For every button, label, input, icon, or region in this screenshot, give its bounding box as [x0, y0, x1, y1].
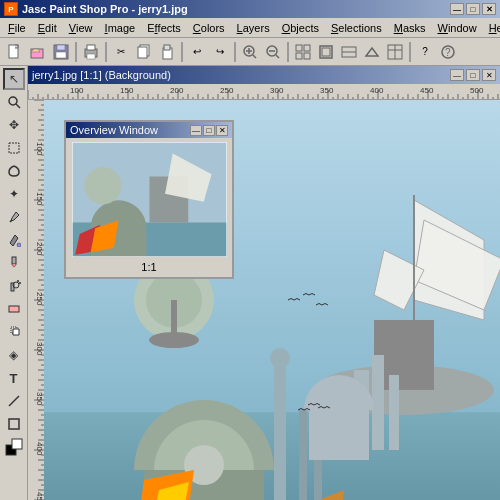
- svg-rect-11: [164, 45, 170, 50]
- menu-edit[interactable]: Edit: [32, 19, 63, 37]
- sep2: [105, 42, 107, 62]
- sep1: [75, 42, 77, 62]
- svg-rect-3: [57, 45, 65, 50]
- overview-controls: — □ ✕: [190, 125, 228, 136]
- print-button[interactable]: [80, 41, 102, 63]
- toolbar-btn-extra6[interactable]: ?: [414, 41, 436, 63]
- minimize-button[interactable]: —: [450, 3, 464, 15]
- document-window: jerry1.jpg [1:1] (Background) — □ ✕: [28, 66, 500, 500]
- svg-rect-6: [87, 45, 95, 50]
- maximize-button[interactable]: □: [466, 3, 480, 15]
- svg-rect-24: [322, 48, 330, 56]
- ov-maximize[interactable]: □: [203, 125, 215, 136]
- svg-line-35: [10, 220, 12, 222]
- menu-colors[interactable]: Colors: [187, 19, 231, 37]
- document-titlebar: jerry1.jpg [1:1] (Background) — □ ✕: [28, 66, 500, 84]
- svg-rect-20: [304, 45, 310, 51]
- canvas-area: jerry1.jpg [1:1] (Background) — □ ✕: [28, 66, 500, 500]
- tool-paint-bucket[interactable]: [3, 229, 25, 251]
- content-row: Overview Window — □ ✕ 1:1: [28, 100, 500, 500]
- zoom-in-button[interactable]: [239, 41, 261, 63]
- svg-rect-4: [56, 52, 66, 58]
- menu-bar: File Edit View Image Effects Colors Laye…: [0, 18, 500, 38]
- tool-clone[interactable]: [3, 321, 25, 343]
- menu-window[interactable]: Window: [432, 19, 483, 37]
- svg-line-33: [16, 104, 20, 108]
- tool-eraser[interactable]: [3, 298, 25, 320]
- svg-rect-9: [138, 47, 147, 58]
- svg-rect-37: [12, 257, 16, 264]
- toolbar: ✂ ↩ ↪ ? ?: [0, 38, 500, 66]
- ov-close[interactable]: ✕: [216, 125, 228, 136]
- app-title: Jasc Paint Shop Pro - jerry1.jpg: [22, 3, 188, 15]
- svg-point-41: [19, 282, 21, 284]
- overview-window: Overview Window — □ ✕ 1:1: [64, 120, 234, 279]
- svg-line-17: [276, 55, 279, 58]
- tool-line[interactable]: [3, 390, 25, 412]
- menu-layers[interactable]: Layers: [231, 19, 276, 37]
- close-button[interactable]: ✕: [482, 3, 496, 15]
- tool-airbrush[interactable]: [3, 275, 25, 297]
- menu-help[interactable]: Help: [483, 19, 500, 37]
- overview-image: [72, 142, 227, 257]
- undo-button[interactable]: ↩: [186, 41, 208, 63]
- tool-shape[interactable]: [3, 413, 25, 435]
- sep4: [234, 42, 236, 62]
- save-button[interactable]: [50, 41, 72, 63]
- tool-brush[interactable]: [3, 252, 25, 274]
- document-title: jerry1.jpg [1:1] (Background): [32, 69, 171, 81]
- svg-text:?: ?: [445, 47, 451, 58]
- tool-sharpen[interactable]: ◈: [3, 344, 25, 366]
- copy-button[interactable]: [133, 41, 155, 63]
- overview-zoom-label: 1:1: [141, 261, 156, 273]
- menu-effects[interactable]: Effects: [141, 19, 187, 37]
- tool-text[interactable]: T: [3, 367, 25, 389]
- tool-zoom[interactable]: [3, 91, 25, 113]
- toolbar-btn-extra4[interactable]: [361, 41, 383, 63]
- menu-selections[interactable]: Selections: [325, 19, 388, 37]
- svg-rect-46: [12, 439, 22, 449]
- title-bar: P Jasc Paint Shop Pro - jerry1.jpg — □ ✕: [0, 0, 500, 18]
- doc-maximize[interactable]: □: [466, 69, 480, 81]
- toolbar-btn-extra3[interactable]: [338, 41, 360, 63]
- image-canvas[interactable]: Overview Window — □ ✕ 1:1: [44, 100, 500, 500]
- doc-minimize[interactable]: —: [450, 69, 464, 81]
- doc-close[interactable]: ✕: [482, 69, 496, 81]
- svg-rect-44: [9, 419, 19, 429]
- overview-body: 1:1: [66, 138, 232, 277]
- menu-image[interactable]: Image: [99, 19, 142, 37]
- menu-view[interactable]: View: [63, 19, 99, 37]
- toolbar-btn-extra2[interactable]: [315, 41, 337, 63]
- horizontal-ruler: [28, 84, 500, 100]
- zoom-out-button[interactable]: [262, 41, 284, 63]
- svg-line-43: [9, 396, 19, 406]
- new-button[interactable]: [4, 41, 26, 63]
- tool-color-fg[interactable]: [3, 436, 25, 458]
- paste-button[interactable]: [156, 41, 178, 63]
- tool-magic-wand[interactable]: ✦: [3, 183, 25, 205]
- ov-minimize[interactable]: —: [190, 125, 202, 136]
- toolbar-btn-extra7[interactable]: ?: [437, 41, 459, 63]
- sep5: [287, 42, 289, 62]
- open-button[interactable]: [27, 41, 49, 63]
- tool-move[interactable]: ✥: [3, 114, 25, 136]
- menu-objects[interactable]: Objects: [276, 19, 325, 37]
- svg-rect-19: [296, 45, 302, 51]
- sep3: [181, 42, 183, 62]
- svg-point-32: [9, 97, 17, 105]
- toolbar-btn-extra5[interactable]: [384, 41, 406, 63]
- overview-title: Overview Window: [70, 124, 158, 136]
- tool-arrow[interactable]: ↖: [3, 68, 25, 90]
- toolbar-btn-extra1[interactable]: [292, 41, 314, 63]
- tool-lasso[interactable]: [3, 160, 25, 182]
- redo-button[interactable]: ↪: [209, 41, 231, 63]
- cut-button[interactable]: ✂: [110, 41, 132, 63]
- menu-masks[interactable]: Masks: [388, 19, 432, 37]
- tool-select[interactable]: [3, 137, 25, 159]
- svg-rect-7: [87, 54, 95, 59]
- svg-rect-21: [296, 53, 302, 59]
- vertical-ruler: [28, 100, 44, 500]
- tool-dropper[interactable]: [3, 206, 25, 228]
- overview-titlebar: Overview Window — □ ✕: [66, 122, 232, 138]
- menu-file[interactable]: File: [2, 19, 32, 37]
